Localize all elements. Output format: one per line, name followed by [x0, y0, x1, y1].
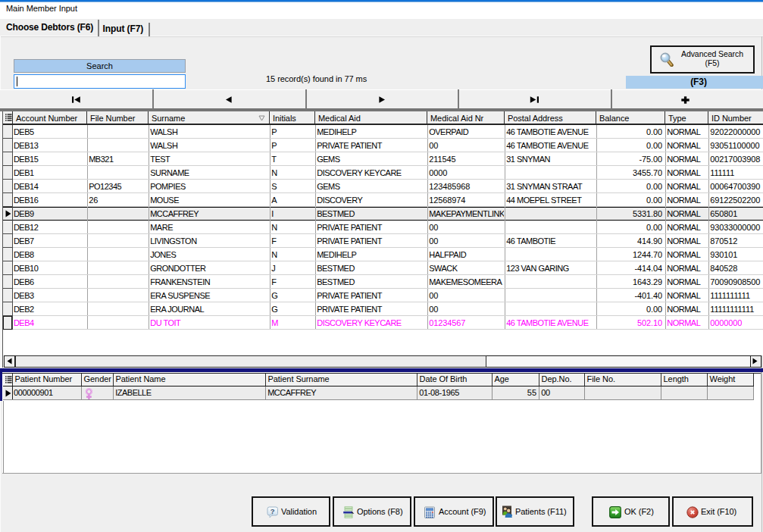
svg-text:?: ? [270, 507, 275, 515]
